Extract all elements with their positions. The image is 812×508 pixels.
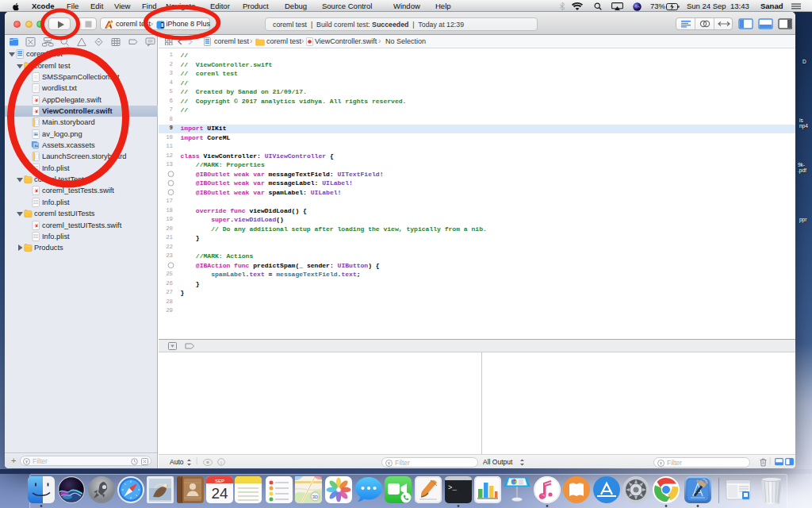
svg-text:>_: >_	[448, 484, 457, 492]
svg-text:i: i	[220, 460, 222, 466]
svg-text:SEP: SEP	[215, 479, 224, 483]
svg-text:3D: 3D	[312, 495, 319, 499]
svg-text:24: 24	[211, 485, 228, 502]
